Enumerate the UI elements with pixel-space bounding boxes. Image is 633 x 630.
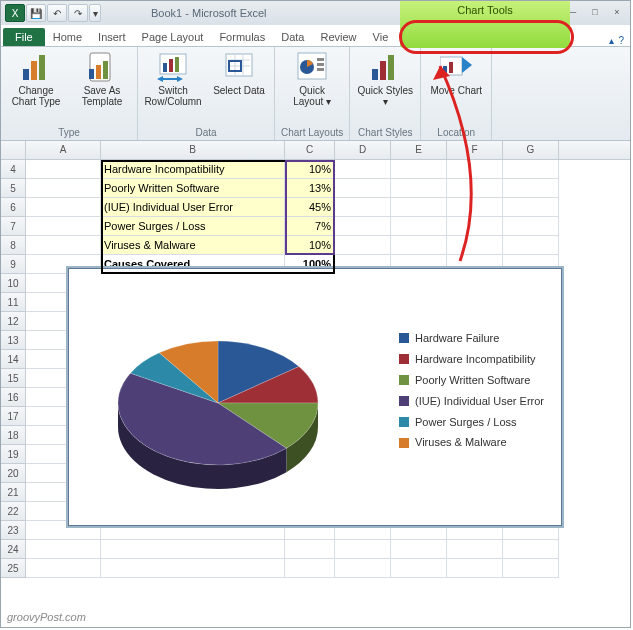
cell-G4[interactable] xyxy=(503,160,559,179)
embedded-chart[interactable]: Hardware FailureHardware Incompatibility… xyxy=(66,266,564,528)
cell-B5[interactable]: Poorly Written Software xyxy=(101,179,285,198)
col-header-G[interactable]: G xyxy=(503,141,559,159)
tab-file[interactable]: File xyxy=(3,28,45,46)
tab-data[interactable]: Data xyxy=(273,28,312,46)
cell-B8[interactable]: Viruses & Malware xyxy=(101,236,285,255)
cell-F5[interactable] xyxy=(447,179,503,198)
row-header-6[interactable]: 6 xyxy=(1,198,26,217)
cell-F6[interactable] xyxy=(447,198,503,217)
quick-layout[interactable]: Quick Layout ▾ xyxy=(283,51,341,107)
col-header-A[interactable]: A xyxy=(26,141,101,159)
col-header-B[interactable]: B xyxy=(101,141,285,159)
cell-F24[interactable] xyxy=(447,540,503,559)
cell-D6[interactable] xyxy=(335,198,391,217)
switch-row-column[interactable]: Switch Row/Column xyxy=(144,51,202,107)
worksheet[interactable]: ABCDEFG 4Hardware Incompatibility10%5Poo… xyxy=(1,141,630,627)
cell-D7[interactable] xyxy=(335,217,391,236)
row-header-5[interactable]: 5 xyxy=(1,179,26,198)
row-header-9[interactable]: 9 xyxy=(1,255,26,274)
row-header-19[interactable]: 19 xyxy=(1,445,26,464)
cell-D4[interactable] xyxy=(335,160,391,179)
cell-G24[interactable] xyxy=(503,540,559,559)
row-header-18[interactable]: 18 xyxy=(1,426,26,445)
cell-A8[interactable] xyxy=(26,236,101,255)
row-header-25[interactable]: 25 xyxy=(1,559,26,578)
row-header-17[interactable]: 17 xyxy=(1,407,26,426)
row-header-13[interactable]: 13 xyxy=(1,331,26,350)
qat-more[interactable]: ▾ xyxy=(89,4,101,22)
cell-E7[interactable] xyxy=(391,217,447,236)
cell-D8[interactable] xyxy=(335,236,391,255)
cell-A25[interactable] xyxy=(26,559,101,578)
row-header-20[interactable]: 20 xyxy=(1,464,26,483)
row-header-11[interactable]: 11 xyxy=(1,293,26,312)
tab-home[interactable]: Home xyxy=(45,28,90,46)
cell-F8[interactable] xyxy=(447,236,503,255)
row-header-15[interactable]: 15 xyxy=(1,369,26,388)
cell-C5[interactable]: 13% xyxy=(285,179,335,198)
move-chart[interactable]: Move Chart xyxy=(427,51,485,96)
cell-E25[interactable] xyxy=(391,559,447,578)
cell-B4[interactable]: Hardware Incompatibility xyxy=(101,160,285,179)
row-header-10[interactable]: 10 xyxy=(1,274,26,293)
cell-G8[interactable] xyxy=(503,236,559,255)
row-header-21[interactable]: 21 xyxy=(1,483,26,502)
cell-C8[interactable]: 10% xyxy=(285,236,335,255)
cell-G6[interactable] xyxy=(503,198,559,217)
cell-E5[interactable] xyxy=(391,179,447,198)
row-header-23[interactable]: 23 xyxy=(1,521,26,540)
cell-F4[interactable] xyxy=(447,160,503,179)
max-icon[interactable]: □ xyxy=(586,4,604,20)
save-as-template[interactable]: Save As Template xyxy=(73,51,131,107)
cell-C7[interactable]: 7% xyxy=(285,217,335,236)
quick-styles[interactable]: Quick Styles ▾ xyxy=(356,51,414,107)
cell-G7[interactable] xyxy=(503,217,559,236)
cell-F7[interactable] xyxy=(447,217,503,236)
cell-E24[interactable] xyxy=(391,540,447,559)
cell-B25[interactable] xyxy=(101,559,285,578)
row-header-22[interactable]: 22 xyxy=(1,502,26,521)
cell-D25[interactable] xyxy=(335,559,391,578)
cell-F25[interactable] xyxy=(447,559,503,578)
cell-A24[interactable] xyxy=(26,540,101,559)
tab-insert[interactable]: Insert xyxy=(90,28,134,46)
cell-D24[interactable] xyxy=(335,540,391,559)
col-header-select-all[interactable] xyxy=(1,141,26,159)
col-header-C[interactable]: C xyxy=(285,141,335,159)
ribbon-minimize-icon[interactable]: ▴ xyxy=(609,35,614,46)
cell-B24[interactable] xyxy=(101,540,285,559)
col-header-D[interactable]: D xyxy=(335,141,391,159)
cell-A6[interactable] xyxy=(26,198,101,217)
save-button[interactable]: 💾 xyxy=(26,4,46,22)
col-header-E[interactable]: E xyxy=(391,141,447,159)
undo-button[interactable]: ↶ xyxy=(47,4,67,22)
cell-E4[interactable] xyxy=(391,160,447,179)
select-data[interactable]: Select Data xyxy=(210,51,268,107)
cell-C25[interactable] xyxy=(285,559,335,578)
cell-E8[interactable] xyxy=(391,236,447,255)
close-icon[interactable]: × xyxy=(608,4,626,20)
cell-A4[interactable] xyxy=(26,160,101,179)
cell-B6[interactable]: (IUE) Individual User Error xyxy=(101,198,285,217)
row-header-24[interactable]: 24 xyxy=(1,540,26,559)
cell-D5[interactable] xyxy=(335,179,391,198)
cell-B7[interactable]: Power Surges / Loss xyxy=(101,217,285,236)
tab-view[interactable]: Vie xyxy=(365,28,397,46)
tab-page-layout[interactable]: Page Layout xyxy=(134,28,212,46)
row-header-4[interactable]: 4 xyxy=(1,160,26,179)
cell-G25[interactable] xyxy=(503,559,559,578)
cell-A7[interactable] xyxy=(26,217,101,236)
redo-button[interactable]: ↷ xyxy=(68,4,88,22)
tab-formulas[interactable]: Formulas xyxy=(211,28,273,46)
row-header-8[interactable]: 8 xyxy=(1,236,26,255)
tab-review[interactable]: Review xyxy=(312,28,364,46)
cell-E6[interactable] xyxy=(391,198,447,217)
cell-C6[interactable]: 45% xyxy=(285,198,335,217)
row-header-7[interactable]: 7 xyxy=(1,217,26,236)
col-header-F[interactable]: F xyxy=(447,141,503,159)
cell-G5[interactable] xyxy=(503,179,559,198)
cell-A5[interactable] xyxy=(26,179,101,198)
row-header-12[interactable]: 12 xyxy=(1,312,26,331)
cell-C24[interactable] xyxy=(285,540,335,559)
row-header-16[interactable]: 16 xyxy=(1,388,26,407)
